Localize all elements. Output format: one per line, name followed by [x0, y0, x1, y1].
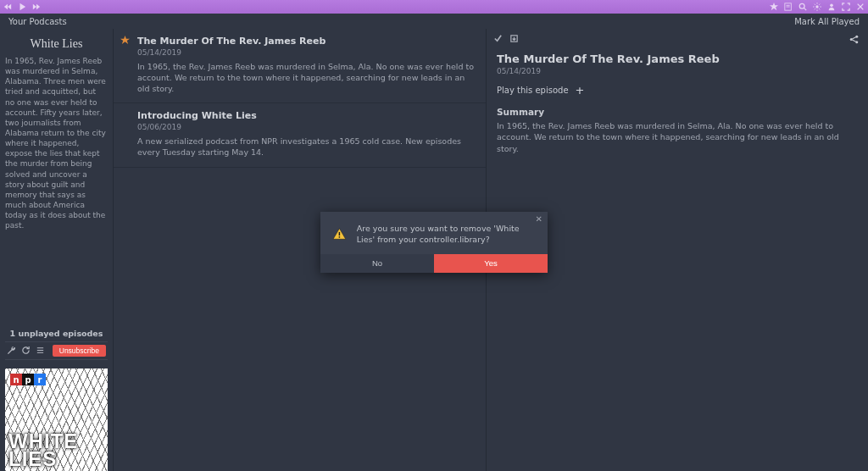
svg-point-1 — [799, 3, 804, 8]
play-episode-button[interactable]: Play this episode + — [497, 84, 584, 97]
plus-icon: + — [576, 84, 585, 97]
confirm-dialog: ✕ Are you sure you want to remove 'White… — [320, 212, 548, 273]
sidebar-tools: Unsubscribe — [5, 341, 108, 360]
dialog-yes-button[interactable]: Yes — [434, 254, 548, 273]
episode-body: In 1965, the Rev. James Reeb was murdere… — [137, 62, 477, 94]
star-icon[interactable] — [770, 3, 778, 11]
cover-title-2: LIES — [8, 451, 78, 468]
mark-all-played-button[interactable]: Mark All Played — [794, 17, 860, 26]
refresh-icon[interactable] — [21, 346, 31, 357]
npr-logo: n p r — [10, 374, 46, 385]
podcast-cover: n p r WHITE LIES — [5, 368, 108, 471]
episode-date: 05/06/2019 — [137, 123, 477, 131]
titlebar — [0, 0, 868, 14]
svg-rect-9 — [339, 236, 340, 237]
dialog-close-icon[interactable]: ✕ — [536, 214, 542, 224]
person-icon[interactable] — [827, 3, 836, 11]
episode-title: The Murder Of The Rev. James Reeb — [137, 36, 477, 47]
detail-title: The Murder Of The Rev. James Reeb — [497, 53, 858, 65]
warning-icon — [332, 224, 347, 244]
play-icon[interactable] — [18, 3, 26, 11]
svg-point-3 — [830, 4, 833, 8]
star-icon — [120, 36, 130, 47]
episode-title: Introducing White Lies — [137, 110, 477, 121]
dialog-message: Are you sure you want to remove 'White L… — [357, 224, 536, 246]
summary-heading: Summary — [497, 107, 858, 117]
check-icon[interactable] — [493, 34, 503, 45]
unplayed-count: 1 unplayed episodes — [5, 329, 108, 338]
gear-icon[interactable] — [813, 3, 821, 11]
wrench-icon[interactable] — [7, 346, 16, 357]
share-icon[interactable] — [849, 34, 860, 47]
unsubscribe-button[interactable]: Unsubscribe — [53, 345, 106, 357]
podcast-description: In 1965, Rev. James Reeb was murdered in… — [5, 56, 108, 230]
svg-rect-8 — [339, 232, 340, 236]
podcast-title: White Lies — [5, 37, 108, 51]
header: Your Podcasts Mark All Played — [0, 14, 868, 29]
skip-back-icon[interactable] — [3, 3, 12, 11]
note-icon[interactable] — [784, 3, 793, 11]
expand-icon[interactable] — [842, 3, 850, 11]
close-icon[interactable] — [856, 3, 865, 11]
svg-point-2 — [815, 5, 818, 8]
search-icon[interactable] — [798, 3, 807, 11]
skip-forward-icon[interactable] — [32, 3, 41, 11]
episode-body: A new serialized podcast from NPR invest… — [137, 136, 477, 158]
sidebar: White Lies In 1965, Rev. James Reeb was … — [0, 29, 113, 471]
episode-item[interactable]: Introducing White Lies 05/06/2019 A new … — [114, 103, 486, 168]
summary-text: In 1965, the Rev. James Reeb was murdere… — [497, 120, 858, 154]
detail-date: 05/14/2019 — [497, 67, 858, 75]
episode-date: 05/14/2019 — [137, 48, 477, 57]
list-icon[interactable] — [36, 346, 45, 357]
episode-item[interactable]: The Murder Of The Rev. James Reeb 05/14/… — [114, 29, 486, 103]
dialog-no-button[interactable]: No — [320, 254, 434, 273]
your-podcasts-link[interactable]: Your Podcasts — [8, 17, 67, 26]
download-icon[interactable] — [509, 34, 519, 45]
